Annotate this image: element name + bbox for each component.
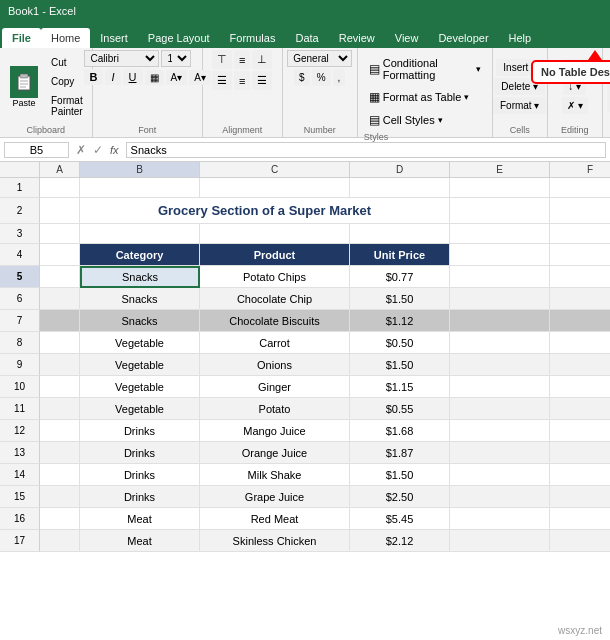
cell-f4[interactable] bbox=[550, 244, 610, 266]
cell-c6[interactable]: Chocolate Chip bbox=[200, 288, 350, 310]
cell-f7[interactable] bbox=[550, 310, 610, 332]
tab-home[interactable]: Home bbox=[41, 28, 90, 48]
cell-a6[interactable] bbox=[40, 288, 80, 310]
cell-d11[interactable]: $0.55 bbox=[350, 398, 450, 420]
cell-a7[interactable] bbox=[40, 310, 80, 332]
cell-b11[interactable]: Vegetable bbox=[80, 398, 200, 420]
cell-b1[interactable] bbox=[80, 178, 200, 198]
cell-d17[interactable]: $2.12 bbox=[350, 530, 450, 552]
align-bottom-button[interactable]: ⊥ bbox=[252, 50, 272, 69]
cell-d9[interactable]: $1.50 bbox=[350, 354, 450, 376]
align-left-button[interactable]: ☰ bbox=[212, 71, 232, 90]
cell-c1[interactable] bbox=[200, 178, 350, 198]
col-header-b[interactable]: B bbox=[80, 162, 200, 177]
tab-developer[interactable]: Developer bbox=[428, 28, 498, 48]
cell-a10[interactable] bbox=[40, 376, 80, 398]
format-cells-button[interactable]: Format ▾ bbox=[493, 97, 546, 114]
col-header-f[interactable]: F bbox=[550, 162, 610, 177]
cell-f8[interactable] bbox=[550, 332, 610, 354]
format-as-table-button[interactable]: ▦ Format as Table ▾ bbox=[364, 87, 486, 107]
cell-d3[interactable] bbox=[350, 224, 450, 244]
cell-e9[interactable] bbox=[450, 354, 550, 376]
cell-e10[interactable] bbox=[450, 376, 550, 398]
cell-c17[interactable]: Skinless Chicken bbox=[200, 530, 350, 552]
cell-c10[interactable]: Ginger bbox=[200, 376, 350, 398]
cell-reference-box[interactable] bbox=[4, 142, 69, 158]
cell-d13[interactable]: $1.87 bbox=[350, 442, 450, 464]
tab-insert[interactable]: Insert bbox=[90, 28, 138, 48]
enter-formula-icon[interactable]: ✓ bbox=[90, 142, 106, 158]
conditional-formatting-button[interactable]: ▤ Conditional Formatting ▾ bbox=[364, 54, 486, 84]
cell-e8[interactable] bbox=[450, 332, 550, 354]
col-header-a[interactable]: A bbox=[40, 162, 80, 177]
cell-a8[interactable] bbox=[40, 332, 80, 354]
paste-button[interactable]: Paste bbox=[4, 62, 44, 112]
cell-f5[interactable] bbox=[550, 266, 610, 288]
cell-b9[interactable]: Vegetable bbox=[80, 354, 200, 376]
cell-a5[interactable] bbox=[40, 266, 80, 288]
cancel-formula-icon[interactable]: ✗ bbox=[73, 142, 89, 158]
cell-d8[interactable]: $0.50 bbox=[350, 332, 450, 354]
cell-a4[interactable] bbox=[40, 244, 80, 266]
tab-file[interactable]: File bbox=[2, 28, 41, 48]
cell-f6[interactable] bbox=[550, 288, 610, 310]
cell-a14[interactable] bbox=[40, 464, 80, 486]
format-painter-button[interactable]: Format Painter bbox=[46, 92, 88, 120]
cell-e15[interactable] bbox=[450, 486, 550, 508]
tab-formulas[interactable]: Formulas bbox=[220, 28, 286, 48]
align-center-button[interactable]: ≡ bbox=[234, 71, 250, 90]
col-header-d[interactable]: D bbox=[350, 162, 450, 177]
cell-c12[interactable]: Mango Juice bbox=[200, 420, 350, 442]
cell-d7[interactable]: $1.12 bbox=[350, 310, 450, 332]
cell-c13[interactable]: Orange Juice bbox=[200, 442, 350, 464]
cell-c7[interactable]: Chocolate Biscuits bbox=[200, 310, 350, 332]
align-right-button[interactable]: ☰ bbox=[252, 71, 272, 90]
cell-a3[interactable] bbox=[40, 224, 80, 244]
cell-e11[interactable] bbox=[450, 398, 550, 420]
cell-c9[interactable]: Onions bbox=[200, 354, 350, 376]
bold-button[interactable]: B bbox=[84, 69, 104, 85]
tab-page-layout[interactable]: Page Layout bbox=[138, 28, 220, 48]
cell-d16[interactable]: $5.45 bbox=[350, 508, 450, 530]
copy-button[interactable]: Copy bbox=[46, 73, 88, 90]
cell-e2[interactable] bbox=[450, 198, 550, 224]
cell-f17[interactable] bbox=[550, 530, 610, 552]
cell-f14[interactable] bbox=[550, 464, 610, 486]
cell-e14[interactable] bbox=[450, 464, 550, 486]
font-name-select[interactable]: Calibri bbox=[84, 50, 159, 67]
underline-button[interactable]: U bbox=[123, 69, 143, 85]
italic-button[interactable]: I bbox=[105, 69, 120, 85]
cell-a13[interactable] bbox=[40, 442, 80, 464]
fill-color-button[interactable]: A▾ bbox=[166, 70, 188, 85]
percent-button[interactable]: % bbox=[312, 69, 331, 86]
cell-f12[interactable] bbox=[550, 420, 610, 442]
cell-b15[interactable]: Drinks bbox=[80, 486, 200, 508]
cell-d15[interactable]: $2.50 bbox=[350, 486, 450, 508]
tab-review[interactable]: Review bbox=[329, 28, 385, 48]
cut-button[interactable]: Cut bbox=[46, 54, 88, 71]
cell-e13[interactable] bbox=[450, 442, 550, 464]
cell-c3[interactable] bbox=[200, 224, 350, 244]
cell-d10[interactable]: $1.15 bbox=[350, 376, 450, 398]
cell-d12[interactable]: $1.68 bbox=[350, 420, 450, 442]
cell-b7[interactable]: Snacks bbox=[80, 310, 200, 332]
cell-styles-button[interactable]: ▤ Cell Styles ▾ bbox=[364, 110, 486, 130]
cell-b5[interactable]: Snacks bbox=[80, 266, 200, 288]
cell-b3[interactable] bbox=[80, 224, 200, 244]
cell-a17[interactable] bbox=[40, 530, 80, 552]
cell-f15[interactable] bbox=[550, 486, 610, 508]
cell-a2[interactable] bbox=[40, 198, 80, 224]
formula-input[interactable] bbox=[126, 142, 606, 158]
comma-button[interactable]: , bbox=[333, 69, 346, 86]
cell-b17[interactable]: Meat bbox=[80, 530, 200, 552]
cell-d14[interactable]: $1.50 bbox=[350, 464, 450, 486]
cell-f3[interactable] bbox=[550, 224, 610, 244]
cell-f16[interactable] bbox=[550, 508, 610, 530]
number-format-select[interactable]: General bbox=[287, 50, 352, 67]
border-button[interactable]: ▦ bbox=[145, 70, 164, 85]
cell-b13[interactable]: Drinks bbox=[80, 442, 200, 464]
cell-b8[interactable]: Vegetable bbox=[80, 332, 200, 354]
cell-e4[interactable] bbox=[450, 244, 550, 266]
cell-a15[interactable] bbox=[40, 486, 80, 508]
cell-e6[interactable] bbox=[450, 288, 550, 310]
